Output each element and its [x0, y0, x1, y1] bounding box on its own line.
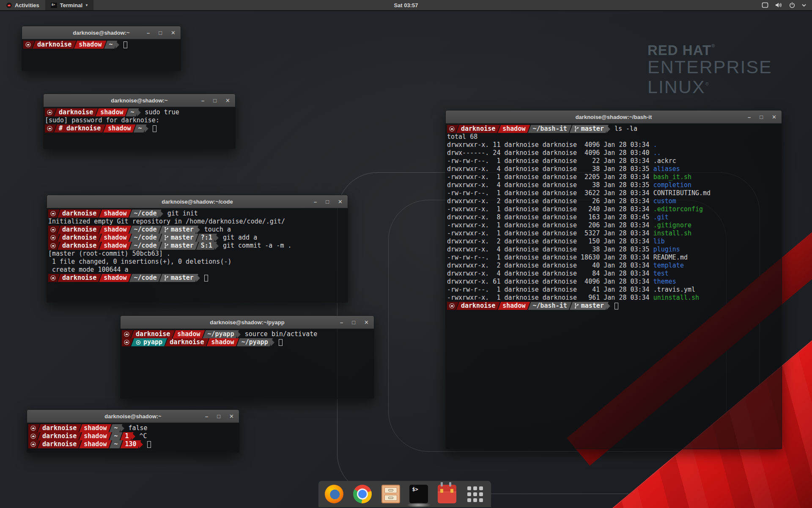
- file-name: test: [653, 270, 669, 277]
- terminal-row: -rw-rw-r--. 1 darknoise darknoise 18630 …: [447, 254, 782, 262]
- terminal-row: -rw-rw-r--. 1 darknoise darknoise 22 Jan…: [447, 157, 782, 165]
- dock-files-button[interactable]: [381, 484, 401, 504]
- maximize-button[interactable]: □: [159, 26, 162, 39]
- terminal-content[interactable]: darknoiseshadow~/codegit initInitialized…: [47, 208, 348, 302]
- maximize-button[interactable]: □: [326, 195, 329, 208]
- terminal-row: darknoiseshadow~/code mastertouch a: [48, 226, 348, 234]
- active-app-glow: [406, 502, 431, 508]
- file-name: aliases: [653, 165, 680, 173]
- dock-terminal-button[interactable]: $>: [409, 484, 428, 504]
- close-button[interactable]: ✕: [338, 195, 343, 208]
- terminal-content[interactable]: darknoiseshadow~sudo true[sudo] password…: [44, 107, 235, 149]
- titlebar[interactable]: darknoise@shadow:~ – □ ✕: [27, 410, 239, 423]
- git-branch-icon: [164, 243, 169, 249]
- prompt-segment-path: ~/bash-it: [528, 125, 571, 133]
- terminal-row: drwxrwxr-x. 4 darknoise darknoise 38 Jan…: [447, 165, 782, 173]
- terminal-window-home-2[interactable]: darknoise@shadow:~ – □ ✕ darknoiseshadow…: [27, 409, 239, 453]
- volume-icon[interactable]: [775, 2, 782, 8]
- prompt-segment-path: ~: [109, 432, 122, 440]
- chevron-down-icon[interactable]: [802, 4, 806, 7]
- minimize-button[interactable]: –: [340, 316, 343, 329]
- titlebar[interactable]: darknoise@shadow:~ – □ ✕: [22, 26, 181, 39]
- command-text: touch a: [204, 226, 231, 234]
- power-icon[interactable]: [789, 2, 795, 8]
- prompt-segment-hat: [45, 124, 56, 133]
- terminal-row: darknoiseshadow~sudo true: [45, 108, 235, 116]
- dock-toolbox-button[interactable]: [437, 484, 457, 504]
- maximize-button[interactable]: □: [213, 94, 217, 107]
- dock-app-grid-button[interactable]: [466, 484, 485, 504]
- terminal-content[interactable]: darknoiseshadow~/pyappsource bin/activat…: [121, 329, 374, 398]
- prompt-segment-host: shadow: [99, 274, 131, 282]
- titlebar[interactable]: darknoise@shadow:~/code – □ ✕: [47, 195, 348, 208]
- close-button[interactable]: ✕: [772, 110, 776, 124]
- prompt-segment-host: shadow: [79, 432, 111, 440]
- titlebar[interactable]: darknoise@shadow:~/bash-it – □ ✕: [446, 110, 782, 124]
- titlebar[interactable]: darknoise@shadow:~ – □ ✕: [44, 94, 235, 107]
- file-name: .git: [653, 213, 669, 221]
- minimize-button[interactable]: –: [147, 26, 150, 39]
- dock: $>: [318, 481, 491, 507]
- terminal-row: drwxrwxr-x. 2 darknoise darknoise 150 Ja…: [447, 237, 782, 246]
- terminal-window-bash-it[interactable]: darknoise@shadow:~/bash-it – □ ✕ darknoi…: [445, 110, 782, 449]
- command-text: ls -la: [614, 125, 637, 133]
- chevron-down-icon: ▼: [85, 3, 88, 7]
- redhat-icon: [50, 275, 56, 281]
- git-branch-icon: [574, 303, 579, 309]
- prompt-segment-hat: [122, 330, 133, 338]
- file-name: .: [653, 141, 657, 149]
- window-title: darknoise@shadow:~/code: [47, 199, 348, 205]
- app-menu-terminal[interactable]: $> Terminal ▼: [45, 0, 93, 10]
- terminal-cursor: [279, 339, 283, 346]
- close-button[interactable]: ✕: [171, 26, 176, 39]
- prompt-segment-hat: [447, 125, 458, 133]
- maximize-button[interactable]: □: [217, 410, 220, 423]
- close-button[interactable]: ✕: [229, 410, 234, 423]
- minimize-button[interactable]: –: [201, 94, 204, 107]
- terminal-row: darknoiseshadow~/codegit init: [48, 210, 348, 218]
- prompt-segment-host: shadow: [498, 302, 530, 310]
- maximize-button[interactable]: □: [352, 316, 355, 329]
- terminal-row: drwxrwxr-x. 8 darknoise darknoise 163 Ja…: [447, 213, 782, 221]
- close-button[interactable]: ✕: [225, 94, 230, 107]
- terminal-row: create mode 100644 a: [48, 266, 348, 274]
- titlebar[interactable]: darknoise@shadow:~/pyapp – □ ✕: [121, 316, 374, 329]
- drawer-bottom: [384, 495, 397, 501]
- prompt-segment-host: shadow: [79, 424, 111, 432]
- git-branch-icon: [164, 275, 169, 281]
- minimize-button[interactable]: –: [314, 195, 317, 208]
- command-text: git init: [167, 210, 198, 218]
- maximize-button[interactable]: □: [760, 110, 763, 124]
- terminal-row: darknoiseshadow~/bash-it masterls -la: [447, 125, 782, 133]
- redhat-icon: [25, 42, 31, 47]
- redhat-icon: [50, 211, 56, 216]
- terminal-window-pyapp[interactable]: darknoise@shadow:~/pyapp – □ ✕ darknoise…: [120, 315, 374, 399]
- file-name: .editorconfig: [653, 205, 703, 213]
- prompt-segment-user: darknoise: [38, 424, 81, 432]
- dock-chrome-button[interactable]: [353, 484, 372, 504]
- prompt-segment-hat: [48, 226, 60, 234]
- display-icon[interactable]: [762, 2, 768, 8]
- terminal-window-home-1[interactable]: darknoise@shadow:~ – □ ✕ darknoiseshadow…: [22, 26, 181, 71]
- activities-button[interactable]: Activities: [0, 0, 45, 10]
- close-button[interactable]: ✕: [364, 316, 369, 329]
- file-name: install.sh: [653, 229, 691, 237]
- minimize-button[interactable]: –: [748, 110, 751, 124]
- minimize-button[interactable]: –: [205, 410, 208, 423]
- terminal-content[interactable]: darknoiseshadow~false darknoiseshadow~1^…: [27, 423, 239, 453]
- terminal-row: -rw-rw-r--. 1 darknoise darknoise 3622 J…: [447, 189, 782, 197]
- terminal-window-sudo[interactable]: darknoise@shadow:~ – □ ✕ darknoiseshadow…: [43, 94, 236, 149]
- prompt-segment-git: master: [159, 242, 198, 250]
- rhel-logo: RED HAT® ENTERPRISE LINUX®: [647, 42, 772, 95]
- file-name: .gitignore: [653, 221, 691, 229]
- file-name: uninstall.sh: [653, 294, 699, 301]
- terminal-content[interactable]: darknoiseshadow~: [22, 39, 181, 71]
- file-name: .ackrc: [653, 157, 676, 165]
- terminal-content[interactable]: darknoiseshadow~/bash-it masterls -latot…: [446, 124, 782, 449]
- prompt-segment-hat: [48, 234, 60, 242]
- terminal-row: -rwxrwxr-x. 1 darknoise darknoise 240 Ja…: [447, 205, 782, 213]
- file-name: CONTRIBUTING.md: [653, 189, 710, 197]
- clock[interactable]: Sat 03:57: [0, 2, 812, 8]
- terminal-window-code[interactable]: darknoise@shadow:~/code – □ ✕ darknoises…: [47, 195, 348, 303]
- dock-firefox-button[interactable]: [324, 484, 344, 504]
